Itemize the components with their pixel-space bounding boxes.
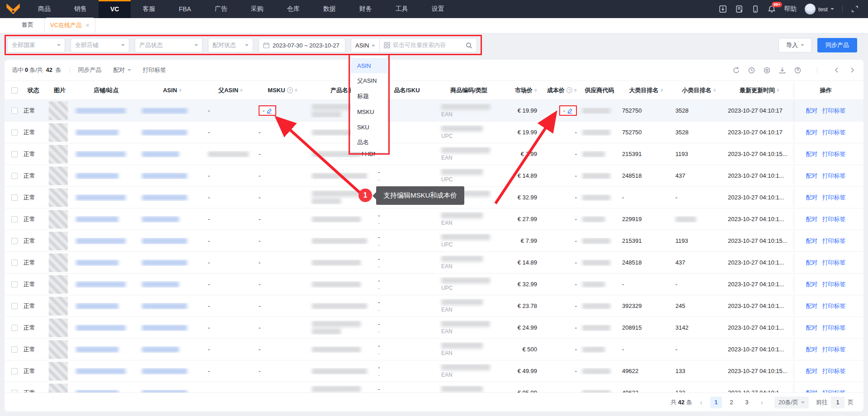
download-center-icon[interactable] bbox=[719, 5, 727, 13]
history-icon[interactable] bbox=[747, 66, 755, 74]
pair-link[interactable]: 配对 bbox=[806, 345, 818, 354]
msku-edit-highlight[interactable]: - bbox=[259, 105, 276, 116]
notification-bell-icon[interactable]: 99+ bbox=[768, 5, 776, 13]
row-checkbox[interactable] bbox=[11, 346, 18, 353]
dropdown-option-product-name[interactable]: 品名 bbox=[351, 135, 387, 150]
store-site-redacted[interactable] bbox=[76, 129, 118, 136]
nav-item-tools[interactable]: 工具 bbox=[384, 0, 420, 18]
print-label-link[interactable]: 打印标签 bbox=[822, 194, 846, 202]
help-icon[interactable] bbox=[566, 87, 572, 93]
print-label-link[interactable]: 打印标签 bbox=[822, 172, 846, 180]
pair-link[interactable]: 配对 bbox=[806, 150, 818, 158]
pair-link[interactable]: 配对 bbox=[806, 367, 818, 375]
store-site-redacted[interactable] bbox=[76, 325, 126, 331]
print-label-link[interactable]: 打印标签 bbox=[822, 128, 846, 137]
page-3[interactable]: 3 bbox=[741, 397, 753, 408]
pair-link[interactable]: 配对 bbox=[806, 128, 818, 137]
row-checkbox[interactable] bbox=[11, 303, 18, 309]
nav-item-service[interactable]: 客服 bbox=[131, 0, 167, 18]
pair-status-select[interactable]: 配对状态 bbox=[208, 38, 253, 52]
scroll-left-icon[interactable] bbox=[833, 66, 841, 74]
asin-link-redacted[interactable] bbox=[142, 368, 187, 374]
asin-link-redacted[interactable] bbox=[142, 238, 187, 244]
col-header-msku[interactable]: MSKU bbox=[256, 87, 309, 94]
col-header-small-category-rank[interactable]: 小类目排名 bbox=[673, 86, 725, 95]
print-label-link[interactable]: 打印标签 bbox=[822, 259, 846, 267]
col-header-cost-price[interactable]: 成本价 bbox=[540, 86, 580, 95]
store-site-redacted[interactable] bbox=[76, 216, 118, 222]
print-label-link[interactable]: 打印标签 bbox=[822, 367, 846, 375]
row-checkbox[interactable] bbox=[11, 368, 18, 374]
col-header-parent-asin[interactable]: 父ASIN bbox=[205, 86, 256, 95]
page-size-select[interactable]: 20条/页 bbox=[774, 397, 809, 408]
table-row[interactable]: 正常 - - -- EAN € 23.78 - 392329 245 2023-… bbox=[5, 295, 863, 317]
table-row[interactable]: 正常 - - -- UPC € 19.99 - 752750 3528 2023… bbox=[5, 121, 863, 143]
nav-item-sales[interactable]: 销售 bbox=[62, 0, 99, 18]
asin-link-redacted[interactable] bbox=[142, 346, 179, 353]
select-all-checkbox[interactable] bbox=[11, 87, 18, 94]
print-label-link[interactable]: 打印标签 bbox=[822, 280, 846, 288]
nav-item-vc[interactable]: VC bbox=[99, 0, 131, 18]
pair-link[interactable]: 配对 bbox=[806, 259, 818, 267]
asin-link-redacted[interactable] bbox=[142, 173, 187, 179]
pair-link[interactable]: 配对 bbox=[806, 107, 818, 115]
pair-link[interactable]: 配对 bbox=[806, 215, 818, 223]
tab-vc-online-products[interactable]: VC在线产品 ✕ bbox=[44, 18, 95, 33]
table-row[interactable]: 正常 - - -- UPC € 32.99 - - - 2023-10-27 0… bbox=[5, 273, 863, 295]
search-field-select[interactable]: ASIN bbox=[351, 38, 380, 52]
help-circle-icon[interactable] bbox=[793, 66, 802, 74]
asin-link-redacted[interactable] bbox=[142, 216, 179, 222]
nav-item-finance[interactable]: 财务 bbox=[348, 0, 384, 18]
feedback-form-icon[interactable] bbox=[735, 5, 743, 13]
col-header-big-category-rank[interactable]: 大类目排名 bbox=[619, 86, 673, 95]
store-site-redacted[interactable] bbox=[76, 303, 118, 309]
store-site-redacted[interactable] bbox=[76, 368, 126, 374]
pair-link[interactable]: 配对 bbox=[806, 324, 818, 332]
asin-link-redacted[interactable] bbox=[142, 194, 187, 201]
col-header-update-time[interactable]: 最新更新时间 bbox=[725, 86, 794, 95]
dropdown-option-parent-asin[interactable]: 父ASIN bbox=[351, 73, 387, 89]
user-menu[interactable]: test bbox=[805, 4, 834, 14]
store-site-redacted[interactable] bbox=[76, 194, 126, 201]
table-row[interactable]: 正常 - - -- UPC € 14.89 - 248518 437 2023-… bbox=[5, 165, 863, 186]
row-checkbox[interactable] bbox=[11, 108, 18, 114]
fullscreen-icon[interactable] bbox=[851, 5, 859, 13]
sync-selected-button[interactable]: 同步产品 bbox=[78, 66, 102, 74]
nav-item-warehouse[interactable]: 仓库 bbox=[275, 0, 311, 18]
dropdown-option-msku[interactable]: MSKU bbox=[351, 104, 387, 119]
column-settings-icon[interactable] bbox=[763, 66, 771, 74]
nav-item-fba[interactable]: FBA bbox=[167, 0, 203, 18]
print-label-link[interactable]: 打印标签 bbox=[822, 107, 846, 115]
close-icon[interactable]: ✕ bbox=[85, 23, 90, 28]
asin-link-redacted[interactable] bbox=[142, 129, 187, 136]
asin-link-redacted[interactable] bbox=[142, 108, 187, 114]
row-checkbox[interactable] bbox=[11, 151, 18, 157]
print-label-link[interactable]: 打印标签 bbox=[822, 215, 846, 223]
store-site-redacted[interactable] bbox=[76, 346, 118, 353]
row-checkbox[interactable] bbox=[11, 216, 18, 222]
refresh-icon[interactable] bbox=[732, 66, 740, 74]
print-label-button[interactable]: 打印标签 bbox=[143, 66, 166, 74]
asin-link-redacted[interactable] bbox=[142, 303, 187, 309]
store-site-redacted[interactable] bbox=[76, 151, 126, 157]
asin-link-redacted[interactable] bbox=[142, 260, 187, 266]
export-icon[interactable] bbox=[778, 66, 786, 74]
nav-item-data[interactable]: 数据 bbox=[311, 0, 348, 18]
print-label-link[interactable]: 打印标签 bbox=[822, 150, 846, 158]
cost-edit-highlight[interactable]: - bbox=[559, 105, 577, 116]
table-row[interactable]: 正常 - - -- EAN € 19.99 - 752750 3528 2023… bbox=[5, 99, 863, 121]
country-select[interactable]: 全部国家 bbox=[7, 38, 65, 52]
brand-logo[interactable] bbox=[0, 3, 26, 15]
store-site-redacted[interactable] bbox=[76, 108, 126, 114]
table-row[interactable]: 正常 - - -- EAN € 500 - - - 2023-10-27 04:… bbox=[5, 338, 863, 360]
table-row[interactable]: 正常 - - -- UPC € 7.99 - 215391 1193 2023-… bbox=[5, 230, 863, 251]
print-label-link[interactable]: 打印标签 bbox=[822, 302, 846, 310]
row-checkbox[interactable] bbox=[11, 281, 18, 288]
table-row[interactable]: 正常 - - -- EAN € 24.99 - 208915 3142 2023… bbox=[5, 317, 863, 338]
import-button[interactable]: 导入 bbox=[778, 38, 812, 52]
pair-link[interactable]: 配对 bbox=[806, 302, 818, 310]
dropdown-option-sku[interactable]: SKU bbox=[351, 119, 387, 135]
batch-search-input[interactable]: 双击可批量搜索内容 bbox=[380, 38, 477, 52]
store-site-redacted[interactable] bbox=[76, 260, 118, 266]
print-label-link[interactable]: 打印标签 bbox=[822, 324, 846, 332]
